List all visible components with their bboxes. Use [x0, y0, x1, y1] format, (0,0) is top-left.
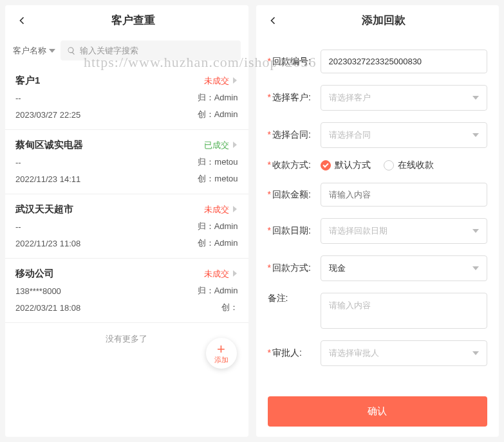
chevron-right-icon — [232, 270, 238, 277]
list-item[interactable]: 客户1未成交--归：Admin2023/03/27 22:25创：Admin — [5, 66, 248, 130]
remark-textarea[interactable] — [321, 293, 488, 329]
date-label: 回款日期: — [268, 225, 314, 237]
add-payment-panel: 添加回款 回款编号: 选择客户: 请选择客户 选择合同: 请选择合同 收款方式: — [256, 5, 499, 437]
item-phone: 138****8000 — [15, 286, 61, 296]
back-icon[interactable] — [266, 14, 279, 27]
status-badge: 未成交 — [204, 204, 238, 216]
svg-marker-6 — [472, 133, 479, 137]
payment-number-input[interactable] — [321, 50, 488, 73]
item-name: 武汉天天超市 — [15, 203, 73, 216]
paymethod-radio-group: 默认方式 在线收款 — [321, 160, 488, 171]
list-item[interactable]: 武汉天天超市未成交--归：Admin2022/11/23 11:08创：Admi… — [5, 194, 248, 259]
add-button[interactable]: + 添加 — [206, 338, 237, 369]
confirm-button[interactable]: 确认 — [268, 396, 488, 427]
filter-dropdown[interactable]: 客户名称 — [13, 45, 55, 57]
contract-label: 选择合同: — [268, 129, 314, 141]
radio-icon — [384, 160, 394, 170]
contract-select[interactable]: 请选择合同 — [321, 122, 488, 148]
radio-label: 在线收款 — [398, 160, 434, 171]
amount-label: 回款金额: — [268, 189, 314, 201]
item-owner: 归：Admin — [198, 221, 238, 232]
radio-label: 默认方式 — [335, 160, 371, 171]
paymethod-label: 收款方式: — [268, 160, 314, 171]
item-phone: -- — [15, 158, 21, 167]
chevron-right-icon — [232, 206, 238, 212]
item-time: 2022/11/23 14:11 — [15, 174, 80, 184]
search-input[interactable] — [80, 46, 234, 55]
remark-label: 备注: — [268, 293, 314, 304]
page-title: 客户查重 — [28, 13, 238, 28]
paytype-select[interactable]: 现金 — [321, 255, 488, 281]
fab-label: 添加 — [214, 355, 229, 365]
radio-online[interactable]: 在线收款 — [384, 160, 434, 171]
svg-marker-0 — [49, 49, 55, 53]
radio-icon-checked — [321, 160, 331, 170]
back-icon[interactable] — [15, 14, 28, 27]
item-creator: 创： — [221, 302, 238, 313]
list-item[interactable]: 移动公司未成交138****8000归：Admin2022/03/21 18:0… — [5, 259, 248, 323]
svg-marker-4 — [233, 270, 237, 277]
right-header: 添加回款 — [256, 5, 499, 35]
payment-form: 回款编号: 选择客户: 请选择客户 选择合同: 请选择合同 收款方式: 默认方式 — [256, 35, 499, 389]
chevron-down-icon — [49, 48, 55, 54]
item-phone: -- — [15, 93, 21, 103]
page-title: 添加回款 — [279, 13, 489, 28]
chevron-down-icon — [472, 132, 479, 138]
chevron-right-icon — [232, 77, 238, 84]
chevron-down-icon — [472, 350, 479, 356]
item-creator: 创：Admin — [198, 109, 238, 120]
item-time: 2022/03/21 18:08 — [15, 303, 80, 313]
item-name: 移动公司 — [15, 268, 54, 280]
date-select[interactable]: 请选择回款日期 — [321, 218, 488, 244]
svg-marker-8 — [472, 266, 479, 270]
svg-marker-5 — [472, 96, 479, 100]
radio-default[interactable]: 默认方式 — [321, 160, 371, 171]
item-owner: 归：Admin — [198, 285, 238, 297]
chevron-down-icon — [472, 228, 479, 234]
item-owner: 归：metou — [198, 156, 238, 168]
svg-marker-9 — [472, 351, 479, 355]
status-badge: 未成交 — [204, 268, 238, 280]
svg-marker-7 — [472, 229, 479, 233]
item-creator: 创：Admin — [198, 237, 238, 249]
item-owner: 归：Admin — [198, 92, 238, 104]
svg-marker-2 — [233, 142, 237, 148]
item-time: 2022/11/23 11:08 — [15, 239, 80, 248]
approver-label: 审批人: — [268, 347, 314, 359]
contract-placeholder: 请选择合同 — [329, 129, 371, 141]
search-box[interactable] — [61, 41, 241, 60]
customer-placeholder: 请选择客户 — [329, 92, 371, 104]
item-name: 客户1 — [15, 75, 40, 87]
chevron-down-icon — [472, 265, 479, 272]
paytype-value: 现金 — [329, 262, 346, 274]
search-row: 客户名称 — [5, 35, 248, 66]
status-badge: 已成交 — [204, 140, 238, 151]
svg-marker-3 — [233, 206, 237, 212]
date-placeholder: 请选择回款日期 — [329, 225, 387, 237]
filter-label: 客户名称 — [13, 45, 46, 57]
customer-dedup-panel: 客户查重 客户名称 客户1未成交--归：Admin2023/03/27 22:2… — [5, 5, 248, 437]
item-time: 2023/03/27 22:25 — [15, 110, 80, 120]
amount-input[interactable] — [321, 183, 488, 207]
item-phone: -- — [15, 222, 21, 232]
approver-placeholder: 请选择审批人 — [329, 347, 379, 359]
item-name: 蔡甸区诚实电器 — [15, 139, 83, 151]
paytype-label: 回款方式: — [268, 262, 314, 274]
customer-list: 客户1未成交--归：Admin2023/03/27 22:25创：Admin蔡甸… — [5, 66, 248, 437]
search-icon — [67, 46, 76, 55]
svg-marker-1 — [233, 77, 237, 84]
chevron-down-icon — [472, 95, 479, 101]
customer-select[interactable]: 请选择客户 — [321, 85, 488, 111]
customer-label: 选择客户: — [268, 92, 314, 104]
left-header: 客户查重 — [5, 5, 248, 35]
approver-select[interactable]: 请选择审批人 — [321, 340, 488, 366]
item-creator: 创：metou — [198, 173, 238, 185]
plus-icon: + — [217, 342, 225, 356]
number-label: 回款编号: — [268, 56, 314, 68]
list-item[interactable]: 蔡甸区诚实电器已成交--归：metou2022/11/23 14:11创：met… — [5, 130, 248, 194]
status-badge: 未成交 — [204, 75, 238, 87]
chevron-right-icon — [232, 142, 238, 148]
